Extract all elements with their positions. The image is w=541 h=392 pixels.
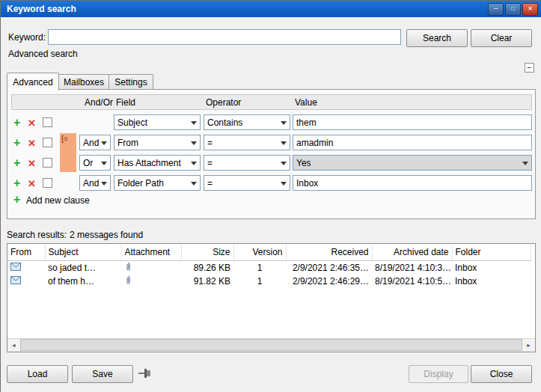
result-subject: of them h… (45, 275, 121, 288)
load-button[interactable]: Load (7, 365, 68, 383)
andor-select[interactable]: And (79, 175, 111, 191)
paperclip-icon (124, 275, 132, 287)
titlebar[interactable]: Keyword search ─ □ ✕ (1, 1, 541, 17)
result-row[interactable]: so jaded t… 89.26 KB 1 2/9/2021 2:46:35…… (7, 261, 531, 275)
andor-select-value: And (83, 178, 99, 189)
operator-select-value: = (207, 158, 213, 168)
envelope-icon (10, 263, 21, 273)
andor-column-header: And/Or (85, 97, 113, 108)
delete-clause-icon[interactable]: ✕ (28, 176, 36, 192)
clause-checkbox[interactable] (43, 138, 52, 147)
add-clause-icon[interactable]: + (13, 175, 20, 191)
field-select[interactable]: From (114, 135, 201, 150)
column-header-subject[interactable]: Subject (45, 244, 121, 261)
chevron-down-icon (191, 141, 197, 145)
field-select-value: Subject (117, 117, 147, 128)
field-select-value: From (117, 138, 138, 148)
field-column-header: Field (116, 97, 135, 108)
column-header-size[interactable]: Size (181, 244, 233, 261)
collapse-section-button[interactable]: − (525, 63, 534, 73)
clause-row: + ✕ Subject Contains (7, 112, 535, 132)
close-icon: ✕ (528, 6, 533, 12)
field-select[interactable]: Subject (114, 114, 201, 130)
paperclip-icon (124, 262, 132, 274)
clause-checkbox[interactable] (43, 178, 52, 188)
andor-select-value: Or (83, 158, 93, 168)
column-header-from[interactable]: From (7, 244, 45, 261)
column-header-version[interactable]: Version (233, 244, 286, 261)
value-input[interactable] (293, 114, 532, 130)
operator-select[interactable]: = (204, 155, 290, 171)
tab-settings[interactable]: Settings (108, 74, 153, 90)
scrollbar-thumb[interactable] (20, 339, 522, 351)
add-new-clause-icon[interactable]: + (13, 192, 20, 207)
result-size: 89.26 KB (181, 261, 233, 275)
result-folder: Inbox (452, 261, 531, 275)
delete-clause-icon[interactable]: ✕ (28, 135, 36, 151)
maximize-button[interactable]: □ (505, 3, 521, 16)
scroll-left-icon: ◄ (11, 343, 16, 348)
operator-column-header: Operator (206, 97, 241, 108)
operator-select-value: = (207, 178, 213, 189)
andor-select[interactable]: Or (79, 155, 111, 171)
chevron-down-icon (101, 141, 107, 145)
tab-settings-label: Settings (114, 77, 147, 88)
close-button[interactable]: Close (471, 365, 532, 383)
value-input[interactable] (293, 175, 532, 191)
result-version: 1 (233, 275, 286, 288)
clause-row: + ✕ And Folder Path = (7, 173, 535, 193)
column-header-received[interactable]: Received (286, 244, 372, 261)
close-button-titlebar[interactable]: ✕ (522, 3, 538, 16)
collapse-icon: − (528, 64, 532, 72)
value-column-header: Value (295, 97, 317, 108)
horizontal-scrollbar[interactable]: ◄ ► (7, 338, 535, 352)
minimize-button[interactable]: ─ (488, 3, 504, 16)
field-select[interactable]: Folder Path (114, 175, 201, 191)
field-select[interactable]: Has Attachment (114, 155, 201, 171)
value-input[interactable] (293, 135, 532, 150)
scroll-left-button[interactable]: ◄ (7, 339, 20, 351)
clear-button[interactable]: Clear (471, 29, 532, 47)
maximize-icon: □ (511, 6, 515, 12)
chevron-down-icon (191, 182, 197, 186)
search-button[interactable]: Search (406, 29, 468, 47)
tab-mailboxes[interactable]: Mailboxes (58, 74, 109, 90)
keyword-input[interactable] (48, 29, 401, 45)
operator-select[interactable]: = (204, 135, 290, 150)
chevron-down-icon (101, 182, 107, 186)
add-clause-icon[interactable]: + (13, 114, 20, 130)
keyword-search-window: Keyword search ─ □ ✕ Keyword: Search Cle… (0, 0, 541, 392)
value-select[interactable]: Yes (293, 155, 532, 171)
scroll-right-button[interactable]: ► (522, 339, 535, 351)
delete-clause-icon[interactable]: ✕ (28, 156, 36, 171)
operator-select-value: Contains (207, 117, 242, 128)
window-controls: ─ □ ✕ (488, 3, 538, 16)
add-clause-icon[interactable]: + (13, 135, 20, 150)
add-clause-icon[interactable]: + (13, 155, 20, 171)
search-results-label: Search results: (7, 230, 67, 240)
clause-checkbox[interactable] (43, 117, 52, 127)
clause-row: + ✕ Or Has Attachment = Yes (7, 153, 535, 173)
result-archived-date: 8/19/2021 4:10:5… (372, 275, 452, 288)
operator-select[interactable]: Contains (204, 114, 290, 130)
result-received: 2/9/2021 2:46:35… (286, 261, 372, 275)
tab-advanced[interactable]: Advanced (7, 73, 59, 91)
pin-icon[interactable] (138, 368, 152, 381)
column-header-folder[interactable]: Folder (452, 244, 531, 261)
field-select-value: Has Attachment (117, 158, 181, 168)
andor-select[interactable]: And (79, 135, 111, 150)
chevron-down-icon (281, 162, 287, 165)
operator-select[interactable]: = (204, 175, 290, 191)
delete-clause-icon[interactable]: ✕ (28, 115, 36, 131)
results-table: From Subject Attachment Size Version Rec… (7, 243, 536, 352)
result-archived-date: 8/19/2021 4:10:3… (372, 261, 452, 275)
envelope-icon (10, 276, 21, 287)
clause-checkbox[interactable] (43, 158, 52, 168)
save-button[interactable]: Save (72, 365, 133, 383)
add-new-clause-link[interactable]: Add new clause (26, 195, 90, 206)
column-header-archived-date[interactable]: Archived date (372, 244, 452, 261)
advanced-tab-panel: And/Or Field Operator Value [≡ + ✕ Subje… (7, 89, 536, 219)
column-header-attachment[interactable]: Attachment (121, 244, 181, 261)
field-select-value: Folder Path (117, 178, 164, 189)
result-row[interactable]: of them h… 91.82 KB 1 2/9/2021 2:46:29… … (7, 275, 531, 288)
